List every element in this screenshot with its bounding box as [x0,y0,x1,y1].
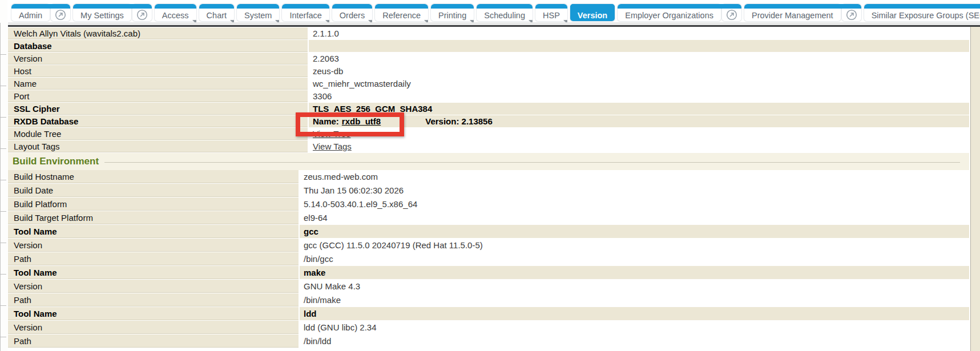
tab-system-button[interactable]: System [237,4,279,21]
table-row: Port3306 [8,90,969,103]
version-table: Welch Allyn Vitals (wavitals2.cab)2.1.1.… [8,27,969,153]
table-row: VersionGNU Make 4.3 [8,280,969,293]
tab-interface-button[interactable]: Interface [282,4,329,21]
table-row: Module TreeView Tree [8,128,969,140]
row-label-cell: Database [8,40,309,52]
table-row: Layout TagsView Tags [8,140,969,153]
popout-button[interactable] [842,4,861,21]
view-link[interactable]: View Tags [313,142,352,151]
tab-my-settings-button[interactable]: My Settings [73,4,131,21]
tab-label: Scheduling [484,11,525,20]
row-value-cell: /bin/make [300,293,969,306]
tab-employer-organizations-button[interactable]: Employer Organizations [618,4,721,21]
build-environment-header: Build Environment [8,153,969,170]
row-value: 2.2063 [313,54,339,63]
tab-label: Printing [438,11,466,20]
row-value-cell: el9-64 [300,211,969,224]
row-value-cell: 3306 [309,90,969,102]
tab-version-button[interactable]: Version [570,4,615,21]
row-label-cell: Build Hostname [8,170,300,183]
table-row: Build Target Platformel9-64 [8,211,969,225]
table-row: SSL CipherTLS_AES_256_GCM_SHA384 [8,103,969,115]
row-value: 2.1.1.0 [313,29,339,38]
tab-provider-management-button[interactable]: Provider Management [744,4,841,21]
tab-reference-button[interactable]: Reference [375,4,428,21]
row-label-cell: Version [8,239,300,252]
table-row: Database [8,40,969,53]
tab-label: Admin [19,11,42,20]
table-row: Hostzeus-db [8,65,969,78]
row-label: Database [14,41,52,51]
row-value: zeus-db [313,66,343,76]
row-label-cell: Welch Allyn Vitals (wavitals2.cab) [8,27,309,39]
dropdown-corner-icon [563,20,567,22]
popout-button[interactable] [722,4,741,21]
row-label: Module Tree [14,129,61,139]
tab-access-button[interactable]: Access [155,4,196,21]
row-label: Tool Name [14,268,57,277]
table-row: Build Hostnamezeus.med-web.com [8,170,969,184]
tab-similar-exposure-groups-segs-button[interactable]: Similar Exposure Groups (SEGs) [864,4,980,21]
row-value-cell: Thu Jan 15 06:02:30 2026 [300,184,969,197]
tab-label: Orders [340,11,365,20]
row-label-cell: Build Platform [8,197,300,211]
popout-button[interactable] [132,4,152,21]
dropdown-corner-icon [275,20,279,22]
row-label: Tool Name [14,309,57,318]
row-value-cell [309,40,969,52]
tab-chart: Chart [199,4,234,21]
tab-scheduling-button[interactable]: Scheduling [477,4,533,21]
table-row: Version2.2063 [8,53,969,65]
tab-employer-organizations: Employer Organizations [618,4,741,21]
table-row: Namewc_miehr_wctmasterdaily [8,78,969,90]
row-label-cell: Tool Name [8,307,300,320]
table-row: Welch Allyn Vitals (wavitals2.cab)2.1.1.… [8,27,969,40]
row-label-cell: Module Tree [8,128,309,140]
row-label-cell: SSL Cipher [8,103,309,115]
tab-access: Access [155,4,196,21]
tab-chart-button[interactable]: Chart [199,4,234,21]
popout-button[interactable] [51,4,70,21]
row-label: Port [14,91,30,101]
row-label: Layout Tags [14,142,60,151]
table-row: Build Platform5.14.0-503.40.1.el9_5.x86_… [8,197,969,211]
rxdb-version: Version: 2.13856 [425,116,493,126]
tab-system: System [237,4,279,21]
dropdown-corner-icon [529,20,533,22]
tab-orders-button[interactable]: Orders [332,4,372,21]
row-label-cell: Path [8,293,300,306]
external-link-icon [136,9,148,21]
tab-admin-button[interactable]: Admin [11,4,50,21]
tab-hsp-button[interactable]: HSP [535,4,567,21]
row-value-cell: GNU Make 4.3 [300,280,969,293]
row-label-cell: Version [8,321,300,334]
row-label-cell: Layout Tags [8,140,309,152]
tab-printing-button[interactable]: Printing [431,4,474,21]
row-value-cell: /bin/gcc [300,252,969,265]
row-label-cell: Tool Name [8,225,300,238]
tab-scheduling: Scheduling [477,4,533,21]
row-label-cell: Version [8,53,309,64]
tab-label: Employer Organizations [625,11,713,20]
row-label: Version [14,322,42,332]
row-value-cell: make [300,266,969,279]
row-value: el9-64 [304,213,328,223]
row-label: Version [14,281,42,291]
row-label: Version [14,240,42,250]
row-value: /bin/make [304,295,341,305]
row-value: /bin/gcc [304,254,333,264]
row-label: Path [14,254,31,264]
row-label-cell: Host [8,65,309,77]
tab-label: Reference [382,11,421,20]
left-gutter [0,0,7,351]
tab-orders: Orders [332,4,372,21]
table-row: Tool Namemake [8,266,969,280]
row-value-cell: zeus-db [309,65,969,77]
version-page: Welch Allyn Vitals (wavitals2.cab)2.1.1.… [8,27,969,348]
tab-interface: Interface [282,4,329,21]
row-label: SSL Cipher [14,104,60,114]
tab-printing: Printing [431,4,474,21]
tab-label: Interface [289,11,321,20]
tab-my-settings: My Settings [73,4,152,21]
table-row: Tool Nameldd [8,307,969,321]
